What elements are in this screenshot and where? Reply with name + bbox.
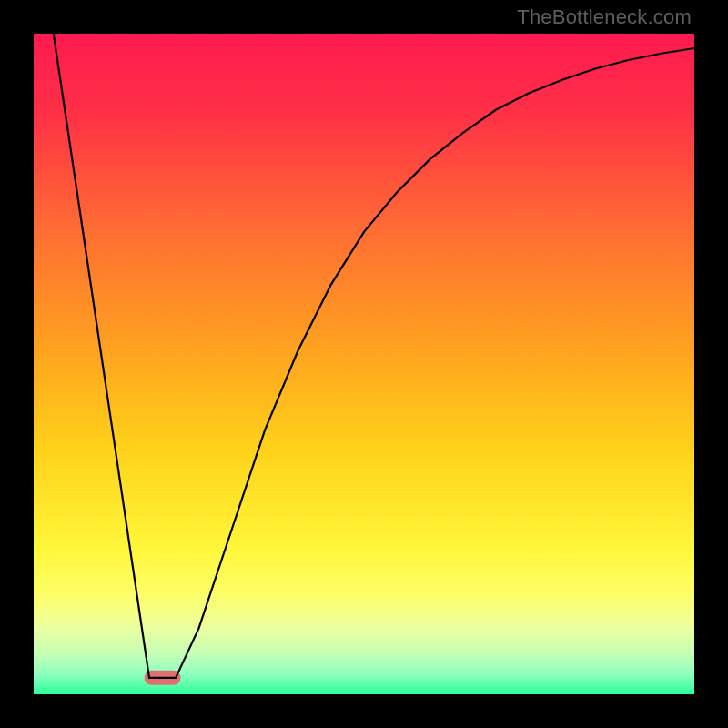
chart-frame [34, 34, 694, 694]
watermark-text: TheBottleneck.com [517, 5, 692, 29]
background-gradient [34, 34, 694, 694]
svg-rect-0 [34, 34, 694, 694]
